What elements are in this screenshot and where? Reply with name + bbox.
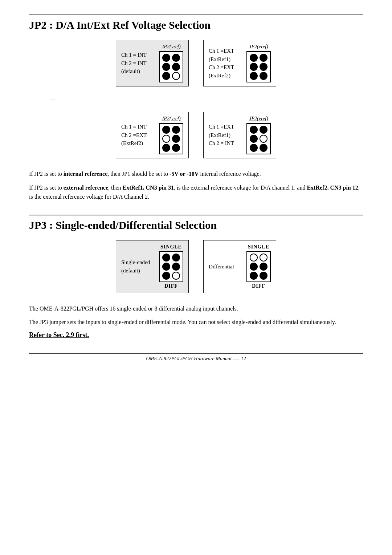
jp2-row1: Ch 1 = INT Ch 2 = INT (default) JP2(vref… [29,40,363,86]
jp-pin [172,54,180,62]
footer: OME-A-822PGL/PGH Hardware Manual ---- 12 [29,353,363,362]
jp-pin [260,126,268,134]
jp2-label-1: Ch 1 = INT Ch 2 = INT (default) [121,51,154,76]
footer-text: OME-A-822PGL/PGH Hardware Manual ---- 12 [146,356,246,361]
jp-pin [250,63,258,71]
jp-pin [162,135,170,143]
jp2-diagram-3: Ch 1 = INT Ch 2 =EXT (ExtRef2) JP2(vref) [116,112,189,158]
jp3-label-diff: Differential [209,263,241,271]
jp2-diagram-2: Ch 1 =EXT (ExtRef1) Ch 2 =EXT (ExtRef2) … [203,40,276,86]
jp-pin [260,144,268,152]
jp-pin [250,144,258,152]
jp2-label-3: Ch 1 = INT Ch 2 =EXT (ExtRef2) [121,123,154,147]
jp3-diagram-single: Single-ended (default) SINGLE [116,240,189,293]
jp2-connector-2: JP2(vref) [246,44,271,82]
jp-pin [162,144,170,152]
jp3-connector-single: SINGLE DIFF [159,244,183,289]
jp-pin [250,254,258,262]
jp2-label-2: Ch 1 =EXT (ExtRef1) Ch 2 =EXT (ExtRef2) [209,47,241,80]
jp-pin [260,63,268,71]
jp-pin [172,135,180,143]
jp-pin [172,72,180,80]
body-text-232-2: If JP2 is set to external reference, the… [29,183,363,202]
section-232-header: JP2 : D/A Int/Ext Ref Voltage Selection [29,15,363,31]
jp-pin [260,54,268,62]
jp-pin [172,144,180,152]
jp-pin [250,72,258,80]
jp-pin [172,263,180,271]
jp-pin [250,126,258,134]
jp-pin [162,126,170,134]
jp2-connector-4: JP2(vref) [246,116,271,154]
jp3-row: Single-ended (default) SINGLE [29,240,363,293]
jp-pin [172,63,180,71]
jp-pin [162,63,170,71]
jp-pin [250,135,258,143]
section-233-title: JP3 : Single-ended/Differential Selectio… [29,219,217,231]
refer-text: Refer to Sec. 2.9 first. [29,331,363,339]
jp-pin [250,272,258,280]
jp-pin [172,254,180,262]
jp2-diagram-4: Ch 1 =EXT (ExtRef1) Ch 2 = INT JP2(vref) [203,112,276,158]
jp-pin [162,54,170,62]
jp3-diagrams: Single-ended (default) SINGLE [29,240,363,293]
jp3-diagram-diff: Differential SINGLE [203,240,276,293]
jp-pin [260,254,268,262]
jp2-row2: Ch 1 = INT Ch 2 =EXT (ExtRef2) JP2(vref) [29,112,363,158]
body-text-233-1: The OME-A-822PGL/PGH offers 16 single-en… [29,304,363,313]
jp-pin [250,54,258,62]
jp-pin [260,72,268,80]
body-text-232-1: If JP2 is set to internal reference, the… [29,169,363,179]
body-text-233-2: The JP3 jumper sets the inputs to single… [29,317,363,327]
jp2-connector-1: JP2(vref) [159,44,183,82]
jp-pin [172,272,180,280]
jp-pin [162,272,170,280]
jp-pin [250,263,258,271]
jp2-diagram-1: Ch 1 = INT Ch 2 = INT (default) JP2(vref… [116,40,189,86]
jp-pin [162,72,170,80]
jp3-label-single: Single-ended (default) [121,258,154,275]
jp-pin [162,263,170,271]
jp-pin [172,126,180,134]
dash: – [51,94,363,103]
section-233-header: JP3 : Single-ended/Differential Selectio… [29,215,363,231]
jp2-label-4: Ch 1 =EXT (ExtRef1) Ch 2 = INT [209,123,241,147]
jp2-diagrams: Ch 1 = INT Ch 2 = INT (default) JP2(vref… [29,40,363,158]
section-232-title: JP2 : D/A Int/Ext Ref Voltage Selection [29,19,211,31]
jp-pin [260,263,268,271]
jp-pin [260,135,268,143]
jp2-connector-3: JP2(vref) [159,116,183,154]
jp-pin [260,272,268,280]
jp-pin [162,254,170,262]
jp3-connector-diff: SINGLE DIFF [246,244,271,289]
